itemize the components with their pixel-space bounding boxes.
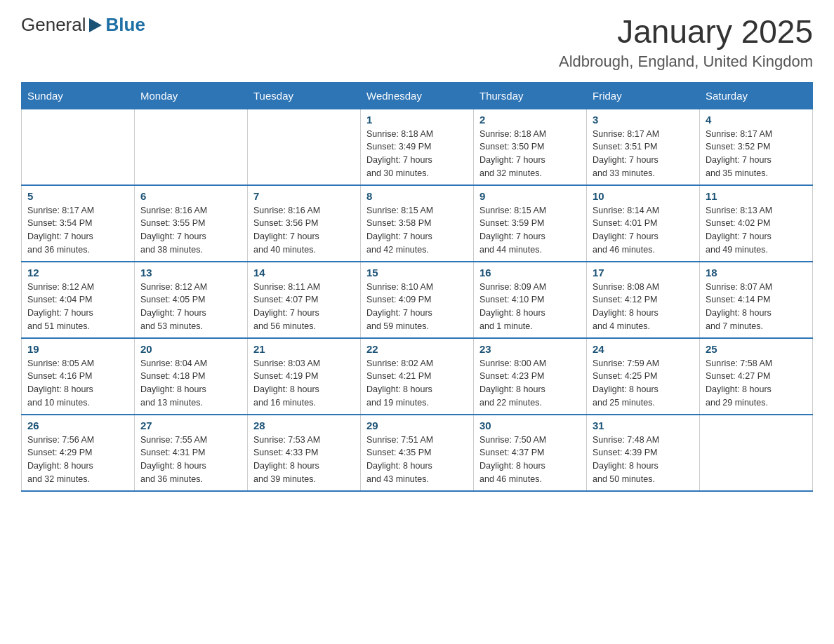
day-number: 21 [253, 343, 355, 355]
day-number: 27 [140, 420, 241, 431]
table-row: 5Sunrise: 8:17 AMSunset: 3:54 PMDaylight… [22, 185, 135, 262]
day-number: 14 [253, 267, 355, 279]
day-number: 22 [366, 343, 468, 355]
table-row: 12Sunrise: 8:12 AMSunset: 4:04 PMDayligh… [22, 262, 135, 338]
table-row: 26Sunrise: 7:56 AMSunset: 4:29 PMDayligh… [22, 415, 135, 491]
table-row: 19Sunrise: 8:05 AMSunset: 4:16 PMDayligh… [22, 338, 135, 415]
day-info: Sunrise: 8:12 AMSunset: 4:05 PMDaylight:… [140, 281, 241, 333]
table-row: 16Sunrise: 8:09 AMSunset: 4:10 PMDayligh… [474, 262, 587, 338]
day-number: 13 [140, 267, 241, 279]
logo-blue-text: Blue [106, 14, 145, 36]
col-friday: Friday [587, 82, 700, 109]
col-tuesday: Tuesday [248, 82, 361, 109]
day-info: Sunrise: 8:14 AMSunset: 4:01 PMDaylight:… [593, 204, 694, 257]
logo-arrow-icon [86, 15, 106, 35]
day-info: Sunrise: 7:53 AMSunset: 4:33 PMDaylight:… [253, 434, 355, 486]
day-number: 17 [593, 267, 694, 279]
table-row [248, 109, 361, 185]
calendar-table: Sunday Monday Tuesday Wednesday Thursday… [21, 82, 813, 492]
calendar-week-row: 12Sunrise: 8:12 AMSunset: 4:04 PMDayligh… [22, 262, 813, 338]
table-row: 9Sunrise: 8:15 AMSunset: 3:59 PMDaylight… [474, 185, 587, 262]
day-info: Sunrise: 8:15 AMSunset: 3:58 PMDaylight:… [366, 204, 468, 257]
day-number: 28 [253, 420, 355, 431]
day-number: 2 [479, 114, 581, 126]
table-row: 3Sunrise: 8:17 AMSunset: 3:51 PMDaylight… [587, 109, 700, 185]
table-row: 13Sunrise: 8:12 AMSunset: 4:05 PMDayligh… [135, 262, 248, 338]
day-info: Sunrise: 8:18 AMSunset: 3:50 PMDaylight:… [479, 128, 581, 180]
day-number: 19 [27, 343, 128, 355]
day-info: Sunrise: 7:48 AMSunset: 4:39 PMDaylight:… [593, 434, 694, 486]
day-number: 16 [479, 267, 581, 279]
col-saturday: Saturday [700, 82, 813, 109]
day-info: Sunrise: 8:02 AMSunset: 4:21 PMDaylight:… [366, 357, 468, 410]
table-row: 25Sunrise: 7:58 AMSunset: 4:27 PMDayligh… [700, 338, 813, 415]
day-info: Sunrise: 7:59 AMSunset: 4:25 PMDaylight:… [593, 357, 694, 410]
day-info: Sunrise: 7:58 AMSunset: 4:27 PMDaylight:… [706, 357, 807, 410]
day-number: 18 [706, 267, 807, 279]
table-row [22, 109, 135, 185]
day-number: 9 [479, 190, 581, 202]
day-info: Sunrise: 8:17 AMSunset: 3:54 PMDaylight:… [27, 204, 128, 257]
calendar-week-row: 19Sunrise: 8:05 AMSunset: 4:16 PMDayligh… [22, 338, 813, 415]
location-title: Aldbrough, England, United Kingdom [559, 53, 813, 71]
day-info: Sunrise: 8:07 AMSunset: 4:14 PMDaylight:… [706, 281, 807, 333]
table-row: 28Sunrise: 7:53 AMSunset: 4:33 PMDayligh… [248, 415, 361, 491]
table-row: 21Sunrise: 8:03 AMSunset: 4:19 PMDayligh… [248, 338, 361, 415]
day-info: Sunrise: 8:09 AMSunset: 4:10 PMDaylight:… [479, 281, 581, 333]
day-number: 20 [140, 343, 241, 355]
day-info: Sunrise: 8:00 AMSunset: 4:23 PMDaylight:… [479, 357, 581, 410]
table-row: 18Sunrise: 8:07 AMSunset: 4:14 PMDayligh… [700, 262, 813, 338]
table-row: 10Sunrise: 8:14 AMSunset: 4:01 PMDayligh… [587, 185, 700, 262]
day-info: Sunrise: 7:50 AMSunset: 4:37 PMDaylight:… [479, 434, 581, 486]
day-number: 31 [593, 420, 694, 431]
col-wednesday: Wednesday [361, 82, 474, 109]
day-info: Sunrise: 8:08 AMSunset: 4:12 PMDaylight:… [593, 281, 694, 333]
day-info: Sunrise: 8:12 AMSunset: 4:04 PMDaylight:… [27, 281, 128, 333]
day-number: 25 [706, 343, 807, 355]
day-number: 6 [140, 190, 241, 202]
day-info: Sunrise: 8:04 AMSunset: 4:18 PMDaylight:… [140, 357, 241, 410]
day-number: 10 [593, 190, 694, 202]
header: General Blue January 2025 Aldbrough, Eng… [21, 14, 813, 71]
day-number: 5 [27, 190, 128, 202]
table-row: 31Sunrise: 7:48 AMSunset: 4:39 PMDayligh… [587, 415, 700, 491]
table-row: 4Sunrise: 8:17 AMSunset: 3:52 PMDaylight… [700, 109, 813, 185]
col-sunday: Sunday [22, 82, 135, 109]
table-row: 6Sunrise: 8:16 AMSunset: 3:55 PMDaylight… [135, 185, 248, 262]
day-info: Sunrise: 8:11 AMSunset: 4:07 PMDaylight:… [253, 281, 355, 333]
table-row: 23Sunrise: 8:00 AMSunset: 4:23 PMDayligh… [474, 338, 587, 415]
day-number: 1 [366, 114, 468, 126]
col-monday: Monday [135, 82, 248, 109]
day-number: 11 [706, 190, 807, 202]
calendar-header-row: Sunday Monday Tuesday Wednesday Thursday… [22, 82, 813, 109]
col-thursday: Thursday [474, 82, 587, 109]
day-info: Sunrise: 8:17 AMSunset: 3:52 PMDaylight:… [706, 128, 807, 180]
table-row: 17Sunrise: 8:08 AMSunset: 4:12 PMDayligh… [587, 262, 700, 338]
day-number: 30 [479, 420, 581, 431]
day-info: Sunrise: 8:03 AMSunset: 4:19 PMDaylight:… [253, 357, 355, 410]
title-area: January 2025 Aldbrough, England, United … [559, 14, 813, 71]
day-number: 8 [366, 190, 468, 202]
day-number: 12 [27, 267, 128, 279]
table-row: 30Sunrise: 7:50 AMSunset: 4:37 PMDayligh… [474, 415, 587, 491]
day-info: Sunrise: 8:16 AMSunset: 3:56 PMDaylight:… [253, 204, 355, 257]
day-number: 4 [706, 114, 807, 126]
table-row: 22Sunrise: 8:02 AMSunset: 4:21 PMDayligh… [361, 338, 474, 415]
table-row: 29Sunrise: 7:51 AMSunset: 4:35 PMDayligh… [361, 415, 474, 491]
calendar-week-row: 1Sunrise: 8:18 AMSunset: 3:49 PMDaylight… [22, 109, 813, 185]
table-row: 24Sunrise: 7:59 AMSunset: 4:25 PMDayligh… [587, 338, 700, 415]
day-info: Sunrise: 8:17 AMSunset: 3:51 PMDaylight:… [593, 128, 694, 180]
day-info: Sunrise: 7:56 AMSunset: 4:29 PMDaylight:… [27, 434, 128, 486]
day-info: Sunrise: 8:10 AMSunset: 4:09 PMDaylight:… [366, 281, 468, 333]
day-number: 23 [479, 343, 581, 355]
table-row: 8Sunrise: 8:15 AMSunset: 3:58 PMDaylight… [361, 185, 474, 262]
month-title: January 2025 [559, 14, 813, 50]
calendar-week-row: 26Sunrise: 7:56 AMSunset: 4:29 PMDayligh… [22, 415, 813, 491]
day-info: Sunrise: 8:15 AMSunset: 3:59 PMDaylight:… [479, 204, 581, 257]
day-number: 3 [593, 114, 694, 126]
table-row: 27Sunrise: 7:55 AMSunset: 4:31 PMDayligh… [135, 415, 248, 491]
table-row: 15Sunrise: 8:10 AMSunset: 4:09 PMDayligh… [361, 262, 474, 338]
day-number: 7 [253, 190, 355, 202]
svg-marker-0 [89, 18, 102, 32]
table-row: 1Sunrise: 8:18 AMSunset: 3:49 PMDaylight… [361, 109, 474, 185]
